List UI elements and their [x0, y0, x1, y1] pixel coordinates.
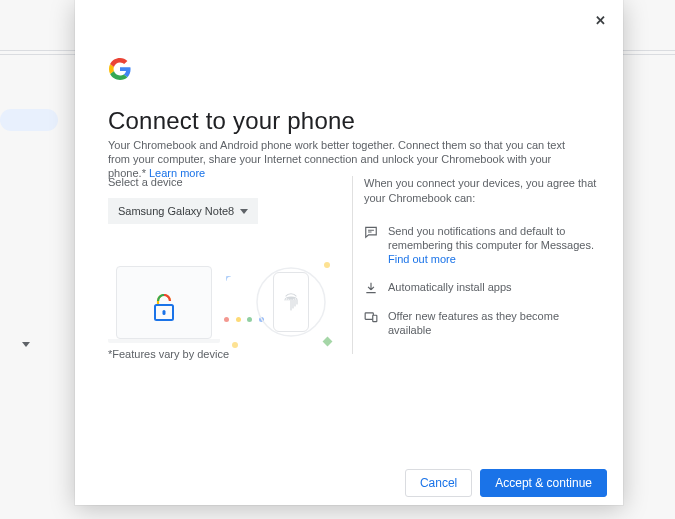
accept-continue-button[interactable]: Accept & continue	[480, 469, 607, 497]
permission-text: Automatically install apps	[388, 280, 512, 294]
wifi-icon	[226, 276, 232, 282]
select-device-label: Select a device	[108, 176, 326, 188]
decorative-dot	[324, 262, 330, 268]
cancel-button[interactable]: Cancel	[405, 469, 472, 497]
dropdown-caret	[22, 342, 30, 347]
permission-text: Send you notifications and default to re…	[388, 225, 594, 251]
dialog-footer: Cancel Accept & continue	[75, 461, 623, 505]
lock-icon	[152, 294, 176, 326]
permission-new-features: Offer new features as they become availa…	[364, 309, 598, 337]
laptop-base	[108, 339, 220, 343]
selected-device-value: Samsung Galaxy Note8	[118, 205, 234, 217]
svg-rect-3	[365, 313, 373, 319]
permissions-column: When you connect your devices, you agree…	[364, 176, 598, 351]
permission-messages: Send you notifications and default to re…	[364, 224, 598, 266]
dialog-description: Your Chromebook and Android phone work b…	[108, 138, 580, 180]
fingerprint-icon	[284, 292, 298, 312]
permissions-list: Send you notifications and default to re…	[364, 224, 598, 337]
device-dropdown[interactable]: Samsung Galaxy Note8	[108, 198, 258, 224]
connect-phone-dialog: ✕ Connect to your phone Your Chromebook …	[75, 0, 623, 505]
dialog-title: Connect to your phone	[108, 107, 355, 135]
close-button[interactable]: ✕	[593, 14, 607, 28]
footnote-text: *Features vary by device	[108, 348, 229, 360]
devices-icon	[364, 310, 378, 324]
permission-text: Offer new features as they become availa…	[388, 309, 598, 337]
download-icon	[364, 281, 378, 295]
device-column: Select a device Samsung Galaxy Note8	[108, 176, 326, 352]
svg-rect-1	[163, 310, 166, 315]
nav-pill	[0, 109, 58, 131]
column-divider	[352, 176, 353, 354]
agreement-text: When you connect your devices, you agree…	[364, 176, 598, 206]
find-out-more-link[interactable]: Find out more	[388, 253, 456, 265]
chevron-down-icon	[240, 209, 248, 214]
svg-rect-4	[373, 315, 377, 321]
decorative-dot	[232, 342, 238, 348]
connection-illustration	[108, 244, 326, 352]
content-columns: Select a device Samsung Galaxy Note8	[108, 176, 598, 356]
google-logo	[108, 57, 132, 81]
permission-install-apps: Automatically install apps	[364, 280, 598, 295]
messages-icon	[364, 225, 378, 239]
